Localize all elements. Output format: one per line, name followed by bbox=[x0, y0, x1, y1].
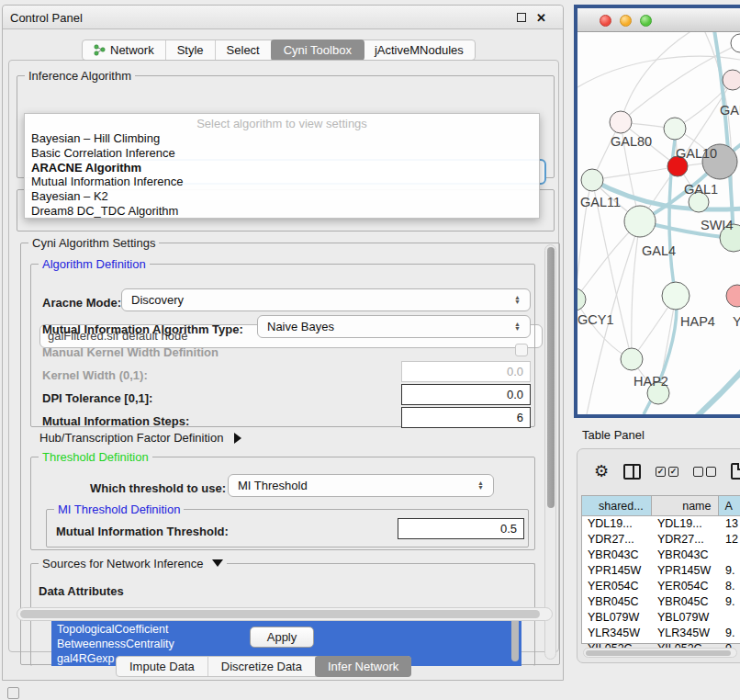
cyni-algorithm-settings-group: Cyni Algorithm Settings Algorithm Defini… bbox=[20, 243, 560, 665]
dpi-tolerance-label: DPI Tolerance [0,1]: bbox=[42, 391, 152, 405]
network-node[interactable] bbox=[664, 118, 686, 140]
table-row[interactable]: YER054C YER054C 8. bbox=[582, 579, 740, 594]
cell bbox=[720, 610, 740, 626]
algorithm-option[interactable]: Basic Correlation Inference bbox=[25, 146, 539, 161]
table-panel-window: ⚙ ✓ ✓ shared... name A YDL19... YDL19...… bbox=[577, 448, 740, 663]
algorithm-option[interactable]: Dream8 DC_TDC Algorithm bbox=[25, 204, 539, 219]
cell: 9. bbox=[720, 563, 740, 579]
table-row[interactable]: YBR043C YBR043C bbox=[582, 548, 740, 563]
column-header-shared-name[interactable]: shared... bbox=[582, 496, 652, 515]
network-node[interactable] bbox=[731, 34, 740, 52]
network-node[interactable] bbox=[723, 70, 740, 90]
cell: YLR345W bbox=[652, 626, 720, 641]
settings-horizontal-scrollbar-thumb[interactable] bbox=[20, 610, 540, 618]
table-row[interactable]: YLR345W YLR345W 9. bbox=[582, 626, 740, 641]
threshold-definition-title: Threshold Definition bbox=[39, 450, 152, 464]
algorithm-option[interactable]: Bayesian – K2 bbox=[25, 189, 539, 204]
network-node[interactable] bbox=[621, 348, 643, 370]
node-label: GAL11 bbox=[580, 195, 621, 209]
manual-kernel-checkbox[interactable] bbox=[515, 344, 528, 356]
mi-steps-field[interactable]: 6 bbox=[401, 407, 531, 428]
tab-style[interactable]: Style bbox=[166, 40, 216, 60]
settings-vertical-scrollbar[interactable] bbox=[544, 244, 556, 660]
aracne-mode-combo[interactable]: Discovery ▲▼ bbox=[121, 288, 531, 311]
table-row[interactable]: YDR27... YDR27... 12 bbox=[582, 532, 740, 548]
gear-icon[interactable]: ⚙ bbox=[594, 461, 609, 481]
cell: YBR043C bbox=[582, 548, 652, 563]
tab-cyni-toolbox[interactable]: Cyni Toolbox bbox=[271, 40, 364, 61]
manual-kernel-label: Manual Kernel Width Definition bbox=[42, 345, 219, 359]
network-node[interactable] bbox=[581, 169, 603, 191]
table-toolbar: ⚙ ✓ ✓ bbox=[577, 449, 740, 493]
kernel-width-field[interactable]: 0.0 bbox=[401, 361, 531, 382]
apply-button[interactable]: Apply bbox=[250, 627, 314, 648]
zoom-traffic-light-icon[interactable] bbox=[640, 15, 652, 27]
tab-cyni-toolbox-label: Cyni Toolbox bbox=[284, 43, 352, 57]
table-horizontal-scrollbar[interactable] bbox=[583, 648, 737, 658]
node-label: GCY1 bbox=[577, 312, 614, 327]
data-attributes-label: Data Attributes bbox=[39, 584, 124, 598]
select-all-icon[interactable]: ✓ ✓ bbox=[656, 467, 678, 477]
float-window-icon[interactable] bbox=[517, 13, 526, 22]
algorithm-option[interactable]: Bayesian – Hill Climbing bbox=[25, 131, 539, 146]
close-icon[interactable]: ✕ bbox=[536, 11, 546, 25]
mi-threshold-group: MI Threshold Definition Mutual Informati… bbox=[46, 509, 529, 548]
tab-jactivemnodules-label: jActiveMNodules bbox=[375, 43, 464, 57]
tab-jactivemnodules[interactable]: jActiveMNodules bbox=[364, 40, 475, 60]
expanded-arrow-icon bbox=[212, 559, 223, 567]
tab-discretize-data-label: Discretize Data bbox=[221, 660, 302, 673]
column-header-partial[interactable]: A bbox=[719, 496, 740, 515]
node-label: GAL10 bbox=[676, 146, 717, 161]
table-row[interactable]: YPR145W YPR145W 9. bbox=[582, 563, 740, 579]
aracne-mode-value: Discovery bbox=[131, 293, 184, 307]
minimize-traffic-light-icon[interactable] bbox=[620, 15, 632, 27]
tab-discretize-data[interactable]: Discretize Data bbox=[208, 657, 316, 676]
column-view-icon[interactable] bbox=[623, 464, 641, 480]
dpi-tolerance-field[interactable]: 0.0 bbox=[401, 384, 531, 405]
network-canvas[interactable]: GAL GAL80 GAL10 GAL1 GAL11 GAL4 SWI4 GCY… bbox=[577, 32, 740, 414]
algorithm-dropdown-popup: Select algorithm to view settings Bayesi… bbox=[24, 113, 540, 219]
collapsed-panel-button[interactable] bbox=[7, 687, 19, 699]
function-builder-icon[interactable] bbox=[731, 463, 740, 480]
algorithm-option-aracne[interactable]: ARACNE Algorithm bbox=[25, 161, 539, 175]
node-labels: GAL GAL80 GAL10 GAL1 GAL11 GAL4 SWI4 GCY… bbox=[577, 103, 740, 389]
network-icon bbox=[94, 44, 106, 56]
network-node[interactable] bbox=[662, 282, 690, 310]
table-row[interactable]: YBR045C YBR045C 9. bbox=[582, 594, 740, 610]
settings-horizontal-scrollbar[interactable] bbox=[17, 607, 553, 621]
inference-algorithm-group-title: Inference Algorithm bbox=[25, 69, 135, 83]
algorithm-definition-group: Algorithm Definition Aracne Mode: Discov… bbox=[30, 264, 535, 427]
node-label: GAL4 bbox=[642, 243, 676, 258]
cell: YER054C bbox=[582, 579, 652, 594]
mi-threshold-title: MI Threshold Definition bbox=[54, 502, 184, 516]
cell: 9. bbox=[720, 626, 740, 641]
network-node[interactable] bbox=[726, 285, 740, 307]
sources-title[interactable]: Sources for Network Inference bbox=[39, 557, 227, 570]
tab-infer-network[interactable]: Infer Network bbox=[315, 656, 411, 677]
tab-network[interactable]: Network bbox=[83, 40, 166, 60]
tab-impute-data[interactable]: Impute Data bbox=[117, 657, 208, 676]
network-node[interactable] bbox=[610, 111, 632, 133]
deselect-all-icon[interactable] bbox=[693, 467, 716, 477]
tab-infer-network-label: Infer Network bbox=[328, 660, 398, 673]
control-panel-title: Control Panel bbox=[10, 11, 83, 25]
table-row[interactable]: YDL19... YDL19... 13 bbox=[582, 516, 740, 532]
cell: YER054C bbox=[652, 579, 720, 594]
network-node[interactable] bbox=[577, 288, 586, 310]
settings-vertical-scrollbar-thumb[interactable] bbox=[547, 247, 555, 508]
column-header-name[interactable]: name bbox=[652, 496, 720, 515]
unchecked-box-icon bbox=[706, 467, 716, 477]
control-panel-window: Control Panel ✕ Network Style Select bbox=[2, 5, 564, 681]
table-horizontal-scrollbar-thumb[interactable] bbox=[586, 650, 731, 656]
hub-definition-toggle[interactable]: Hub/Transcription Factor Definition bbox=[39, 431, 241, 445]
mi-threshold-field[interactable]: 0.5 bbox=[398, 518, 524, 539]
network-view-window[interactable]: GAL GAL80 GAL10 GAL1 GAL11 GAL4 SWI4 GCY… bbox=[574, 5, 740, 418]
mi-type-combo[interactable]: Naive Bayes ▲▼ bbox=[257, 315, 531, 338]
algorithm-option[interactable]: Mutual Information Inference bbox=[25, 175, 539, 189]
which-threshold-combo[interactable]: MI Threshold ▲▼ bbox=[228, 474, 494, 497]
close-traffic-light-icon[interactable] bbox=[600, 15, 611, 27]
table-row[interactable]: YBL079W YBL079W bbox=[582, 610, 740, 626]
tab-select[interactable]: Select bbox=[216, 40, 272, 60]
aracne-mode-label: Aracne Mode: bbox=[42, 296, 121, 310]
network-node[interactable] bbox=[624, 206, 656, 237]
